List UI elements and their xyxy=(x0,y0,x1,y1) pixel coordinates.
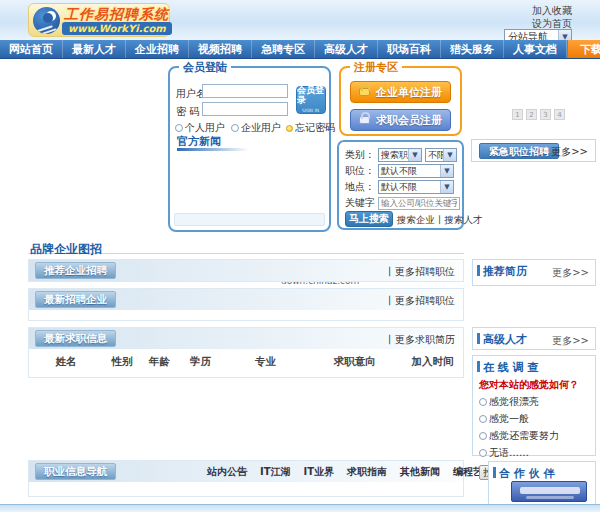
column-join-time: 加入时间 xyxy=(402,355,463,369)
column-age: 年龄 xyxy=(142,355,177,369)
search-company-link[interactable]: 搜索企业 xyxy=(397,214,435,225)
jobseeker-register-button[interactable]: 求职会员注册 xyxy=(350,109,451,131)
survey-option-4: 无语…… xyxy=(473,446,595,460)
logo-url: www.WorkYi.com xyxy=(62,22,172,35)
column-job-intention: 求职意向 xyxy=(307,355,402,369)
register-panel: 注册专区 企业单位注册 求职会员注册 xyxy=(339,66,462,136)
nav-item-home[interactable]: 网站首页 xyxy=(0,40,63,58)
online-survey-title: 在 线 调 查 xyxy=(473,356,595,378)
category-label: 类别： xyxy=(345,148,375,162)
site-logo[interactable]: 工作易招聘系统 www.WorkYi.com xyxy=(28,3,170,37)
survey-radio-4[interactable] xyxy=(479,449,487,457)
career-link-job-guide[interactable]: 求职指南 xyxy=(347,465,387,479)
search-talent-link[interactable]: 搜索人才 xyxy=(445,214,483,225)
keyword-input[interactable] xyxy=(378,197,460,210)
category-scope-select[interactable]: 不限 ▼ xyxy=(425,148,457,162)
survey-option-1: 感觉很漂亮 xyxy=(473,395,595,409)
nav-item-company-jobs[interactable]: 企业招聘 xyxy=(126,40,189,58)
newest-companies-tab[interactable]: 最新招聘企业 xyxy=(35,291,116,308)
company-user-radio[interactable] xyxy=(231,124,239,132)
lock-icon xyxy=(359,88,370,96)
survey-radio-1[interactable] xyxy=(479,398,487,406)
nav-item-headhunting[interactable]: 猎头服务 xyxy=(441,40,504,58)
urgent-jobs-box: 紧急职位招聘 更多>> xyxy=(471,139,596,162)
career-link-it-industry[interactable]: IT业界 xyxy=(304,465,335,479)
company-register-button[interactable]: 企业单位注册 xyxy=(350,81,451,103)
newest-companies-more-link[interactable]: 丨更多招聘职位 xyxy=(385,294,455,308)
nav-item-latest-talent[interactable]: 最新人才 xyxy=(63,40,126,58)
survey-option-2: 感觉一般 xyxy=(473,412,595,426)
recommended-jobs-more-link[interactable]: 丨更多招聘职位 xyxy=(385,265,455,279)
news-footer-strip xyxy=(174,213,325,226)
column-name: 姓名 xyxy=(29,355,103,369)
add-favorite-link[interactable]: 加入收藏 xyxy=(532,4,572,17)
login-panel: 会员登陆 用户名 密 码 会员登录 SIGN IN 个人用户 企业用户 忘记密码… xyxy=(168,66,331,232)
nav-item-senior-talent[interactable]: 高级人才 xyxy=(315,40,378,58)
survey-question: 您对本站的感觉如何？ xyxy=(473,378,595,392)
recommended-resumes-box: 推荐简历 更多>> xyxy=(472,259,596,286)
column-gender: 性别 xyxy=(103,355,142,369)
login-panel-title: 会员登陆 xyxy=(179,60,231,75)
username-input[interactable] xyxy=(202,84,288,98)
page-dot-1[interactable]: 1 xyxy=(512,109,523,120)
senior-talent-box: 高级人才 更多>> xyxy=(472,327,596,350)
nav-item-download[interactable]: 下载/购买 xyxy=(567,40,600,58)
latest-jobseekers-tab[interactable]: 最新求职信息 xyxy=(35,330,116,347)
main-nav: 网站首页 最新人才 企业招聘 视频招聘 急聘专区 高级人才 职场百科 猎头服务 … xyxy=(0,40,600,59)
user-type-radios: 个人用户 企业用户 忘记密码 xyxy=(175,121,335,135)
recommended-jobs-tab[interactable]: 推荐企业招聘 xyxy=(35,262,116,279)
location-label: 地点： xyxy=(345,180,375,194)
career-link-other-news[interactable]: 其他新闻 xyxy=(400,465,440,479)
latest-jobseekers-panel: 最新求职信息 丨更多求职简历 姓名 性别 年龄 学历 专业 求职意向 加入时间 xyxy=(28,327,464,378)
column-education: 学历 xyxy=(177,355,225,369)
career-info-tab[interactable]: 职业信息导航 xyxy=(35,463,116,480)
position-label: 职位： xyxy=(345,164,375,178)
brand-section-rule: 品牌企业图招 xyxy=(28,238,464,254)
position-select[interactable]: 默认不限 ▼ xyxy=(378,164,454,178)
lock-icon xyxy=(359,116,370,124)
job-search-panel: 类别： 搜索职位 ▼ 不限 ▼ 职位： 默认不限 ▼ 地点： 默认不限 ▼ xyxy=(337,140,464,230)
career-info-panel: 职业信息导航 站内公告 IT江湖 IT业界 求职指南 其他新闻 编程艺术 xyxy=(28,460,464,497)
chevron-down-icon: ▼ xyxy=(440,165,453,177)
nav-item-hr-docs[interactable]: 人事文档 xyxy=(504,40,567,58)
urgent-jobs-tab[interactable]: 紧急职位招聘 xyxy=(479,143,559,159)
banner-pagination: 1 2 3 4 xyxy=(512,109,565,120)
nav-item-urgent-zone[interactable]: 急聘专区 xyxy=(252,40,315,58)
register-panel-title: 注册专区 xyxy=(350,60,402,75)
page-dot-2[interactable]: 2 xyxy=(526,109,537,120)
password-label: 密 码 xyxy=(176,105,199,119)
search-now-button[interactable]: 马上搜索 xyxy=(345,211,393,227)
page-dot-4[interactable]: 4 xyxy=(554,109,565,120)
jobseekers-table-header: 姓名 性别 年龄 学历 专业 求职意向 加入时间 xyxy=(29,355,463,369)
forgot-password-link[interactable]: 忘记密码 xyxy=(295,121,335,135)
password-input[interactable] xyxy=(202,102,288,116)
chevron-down-icon: ▼ xyxy=(408,149,421,161)
news-underline xyxy=(177,148,249,151)
career-link-announcements[interactable]: 站内公告 xyxy=(207,465,247,479)
chevron-down-icon: ▼ xyxy=(443,149,456,161)
company-user-label: 企业用户 xyxy=(241,121,281,135)
nav-item-video-jobs[interactable]: 视频招聘 xyxy=(189,40,252,58)
latest-jobseekers-more-link[interactable]: 丨更多求职简历 xyxy=(385,333,455,347)
location-select[interactable]: 默认不限 ▼ xyxy=(378,180,454,194)
category-type-select[interactable]: 搜索职位 ▼ xyxy=(378,148,422,162)
page: 工作易招聘系统 www.WorkYi.com 加入收藏 设为首页 分站导航 ▼ … xyxy=(0,0,600,512)
career-link-it-world[interactable]: IT江湖 xyxy=(260,465,291,479)
survey-radio-2[interactable] xyxy=(479,415,487,423)
recommended-jobs-panel: 推荐企业招聘 丨更多招聘职位 xyxy=(28,259,464,282)
online-survey-box: 在 线 调 查 您对本站的感觉如何？ 感觉很漂亮 感觉一般 感觉还需要努力 无语… xyxy=(472,355,596,456)
official-news-tab[interactable]: 官方新闻 xyxy=(177,134,221,149)
newest-companies-panel: 最新招聘企业 丨更多招聘职位 xyxy=(28,288,464,321)
recommended-resumes-more-link[interactable]: 更多>> xyxy=(552,266,589,280)
login-button[interactable]: 会员登录 SIGN IN xyxy=(296,86,326,114)
urgent-jobs-more-link[interactable]: 更多>> xyxy=(551,145,588,159)
personal-user-radio[interactable] xyxy=(175,124,183,132)
nav-item-career-wiki[interactable]: 职场百科 xyxy=(378,40,441,58)
survey-radio-3[interactable] xyxy=(479,432,487,440)
partner-logo[interactable] xyxy=(511,481,587,502)
career-links: 站内公告 IT江湖 IT业界 求职指南 其他新闻 编程艺术 xyxy=(207,465,493,479)
page-dot-3[interactable]: 3 xyxy=(540,109,551,120)
keyword-label: 关键字 xyxy=(345,196,375,210)
survey-option-3: 感觉还需要努力 xyxy=(473,429,595,443)
senior-talent-more-link[interactable]: 更多>> xyxy=(552,334,589,348)
